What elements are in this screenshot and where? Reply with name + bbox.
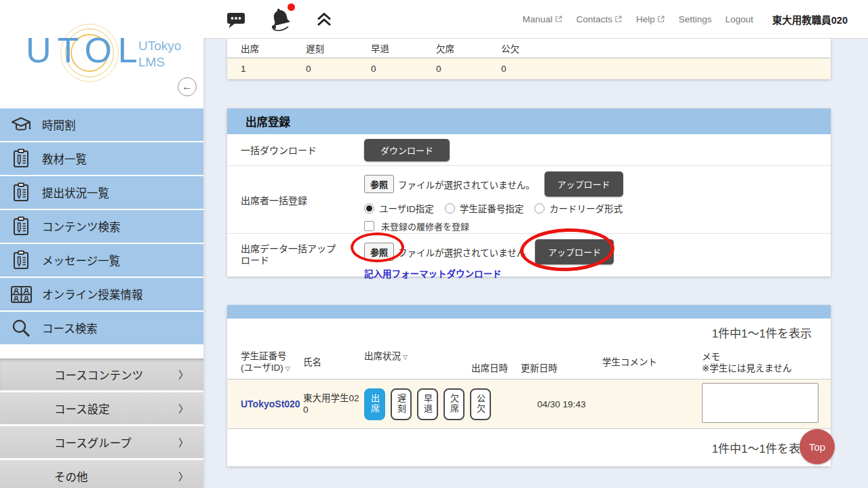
column-header-student-comment: 学生コメント [602,346,702,379]
status-button-early-leave[interactable]: 早退 [417,388,438,420]
notification-bell-icon[interactable] [269,7,292,31]
column-header: 欠席 [436,41,501,55]
data-upload-label: 出席データ一括アップロード [227,234,364,277]
contacts-link[interactable]: Contacts [576,14,623,24]
sidebar-item-messages[interactable]: メッセージ一覧 [0,244,203,277]
external-link-icon [657,15,665,23]
bulk-download-label: 一括ダウンロード [227,134,364,165]
summary-value: 0 [371,64,436,74]
graduation-cap-icon [0,115,42,134]
download-button[interactable]: ダウンロード [364,139,450,161]
sidebar-item-materials[interactable]: 教材一覧 [0,142,203,175]
sidebar: UTOL UTokyo LMS ← 時間割 教材一覧 提出状況一覧 コンテンツ検… [0,0,203,488]
clipboard-icon [0,182,42,203]
column-header: 遅刻 [306,41,371,55]
summary-value: 1 [227,64,306,74]
column-header-attended-at: 出席日時 [471,346,521,379]
student-id-cell: UTokyoSt020 [227,398,303,410]
browse-file-button[interactable]: 参照 [364,175,394,193]
sort-icon: ▽ [285,365,290,372]
pagination-text-bottom: 1件中1〜1件を表示 [227,429,831,466]
upload-button[interactable]: アップロード [545,171,623,197]
settings-link[interactable]: Settings [679,14,712,24]
scroll-to-top-button[interactable]: Top [800,429,835,464]
memo-textarea[interactable] [702,383,818,423]
no-file-selected-text: ファイルが選択されていません。 [398,178,535,191]
format-download-link[interactable]: 記入用フォーマットダウンロード [364,269,502,279]
logout-link[interactable]: Logout [726,14,753,24]
status-button-absent[interactable]: 欠席 [443,388,465,420]
chat-bubble-icon[interactable] [226,10,246,28]
sidebar-item-course-search[interactable]: コース検索 [0,312,203,344]
back-arrow-icon: ← [182,81,193,93]
summary-header-row: 出席 遅刻 早退 欠席 公欠 [227,39,831,58]
chevron-right-icon: 〉 [178,435,189,449]
summary-value: 0 [306,64,371,74]
column-header-name: 氏名 [303,346,364,379]
status-button-late[interactable]: 遅刻 [391,388,412,420]
help-link[interactable]: Help [636,14,665,24]
no-file-selected-text: ファイルが選択されていません [398,245,526,259]
logged-in-user-name: 東大用教職員020 [772,12,848,26]
student-table-header: 学生証番号 (ユーザID)▽ 氏名 出席状況▽ 出席日時 更新日時 学生コメント… [227,346,831,380]
sidebar-item-online-class[interactable]: オンライン授業情報 [0,278,203,310]
updated-at-cell: 04/30 19:43 [521,399,602,409]
utol-logo: UTOL [26,30,144,70]
column-header: 公欠 [501,41,566,55]
summary-value: 0 [501,64,566,74]
column-header-student-id[interactable]: 学生証番号 (ユーザID)▽ [227,346,303,379]
external-link-icon [555,15,563,23]
bulk-register-label: 出席者一括登録 [227,166,364,233]
student-id-link[interactable]: UTokyoSt020 [241,399,300,409]
section-title: 出席登録 [227,108,831,134]
summary-value-row: 1 0 0 0 0 [227,58,831,79]
column-header-memo: メモ ※学生には見えません [702,346,831,379]
status-button-present[interactable]: 出席 [364,388,385,420]
sidebar-item-course-group[interactable]: コースグループ 〉 [0,426,203,458]
bulk-register-row: 出席者一括登録 参照 ファイルが選択されていません。 アップロード ユーザID指… [227,166,831,234]
summary-value: 0 [436,64,501,74]
sidebar-item-course-settings[interactable]: コース設定 〉 [0,392,203,424]
clipboard-icon [0,148,42,169]
memo-cell [702,383,831,426]
register-unenrolled-checkbox[interactable] [364,221,374,231]
sidebar-collapse-button[interactable]: ← [178,77,197,96]
collapse-header-icon[interactable] [315,10,333,28]
browse-file-button[interactable]: 参照 [364,243,394,261]
chevron-right-icon: 〉 [178,469,189,483]
sidebar-item-submission-status[interactable]: 提出状況一覧 [0,176,203,209]
clipboard-icon [0,250,42,270]
status-button-excused[interactable]: 公欠 [470,388,491,420]
chevron-right-icon: 〉 [178,401,189,415]
radio-card-reader[interactable] [534,203,545,214]
sidebar-item-timetable[interactable]: 時間割 [0,108,203,141]
upload-button[interactable]: アップロード [535,239,614,264]
pagination-text-top: 1件中1〜1件を表示 [227,319,831,346]
logo-area: UTOL UTokyo LMS ← [0,0,203,108]
column-header-status[interactable]: 出席状況▽ [364,346,471,379]
sidebar-item-others[interactable]: その他 〉 [0,460,203,488]
logo-subtitle: UTokyo LMS [138,38,181,70]
column-header: 出席 [227,41,306,55]
radio-student-number[interactable] [445,203,455,214]
table-top-bar [227,305,831,319]
sidebar-item-content-search[interactable]: コンテンツ検索 [0,210,203,243]
sort-icon: ▽ [403,354,408,361]
top-header: Manual Contacts Help Settings Logout 東大用… [203,0,868,39]
clipboard-icon [0,216,42,237]
data-upload-row: 出席データ一括アップロード 参照 ファイルが選択されていません アップロード 記… [227,234,831,277]
student-row: UTokyoSt020 東大用学生020 出席 遅刻 早退 欠席 公欠 04/3… [227,380,831,429]
chevron-right-icon: 〉 [178,367,189,382]
column-header-updated-at: 更新日時 [521,346,602,379]
attendance-summary-table: 出席 遅刻 早退 欠席 公欠 1 0 0 0 0 [227,39,831,79]
notification-badge [288,3,295,11]
student-name-cell: 東大用学生020 [303,392,364,415]
sidebar-item-course-contents[interactable]: コースコンテンツ 〉 [0,358,203,390]
attendance-register-section: 出席登録 一括ダウンロード ダウンロード 出席者一括登録 参照 ファイルが選択さ… [227,108,831,277]
radio-user-id[interactable] [364,203,374,214]
bulk-download-row: 一括ダウンロード ダウンロード [227,134,831,166]
status-buttons-cell: 出席 遅刻 早退 欠席 公欠 [364,388,471,420]
manual-link[interactable]: Manual [522,14,562,24]
column-header: 早退 [371,41,436,55]
sidebar-divider [0,346,203,358]
